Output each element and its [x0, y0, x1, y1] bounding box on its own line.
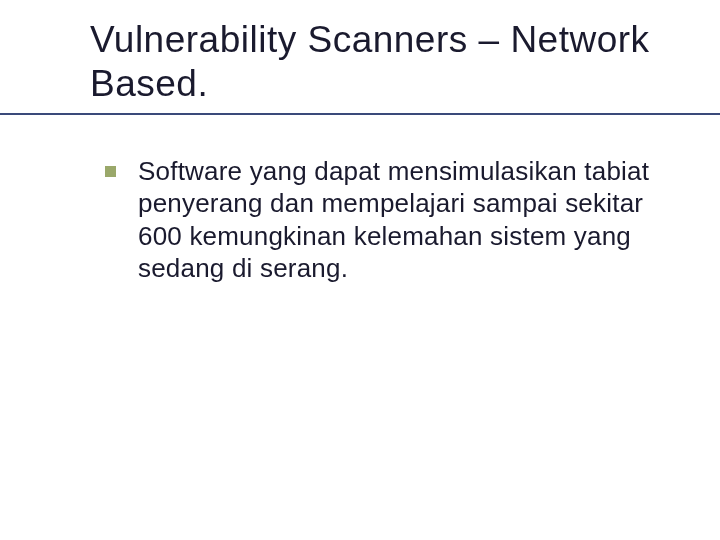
title-block: Vulnerability Scanners – Network Based. [0, 18, 720, 115]
slide-container: Vulnerability Scanners – Network Based. … [0, 0, 720, 540]
content-area: Software yang dapat mensimulasikan tabia… [0, 155, 720, 285]
slide-title: Vulnerability Scanners – Network Based. [90, 18, 680, 107]
bullet-text: Software yang dapat mensimulasikan tabia… [138, 155, 660, 285]
bullet-item: Software yang dapat mensimulasikan tabia… [105, 155, 660, 285]
square-bullet-icon [105, 166, 116, 177]
